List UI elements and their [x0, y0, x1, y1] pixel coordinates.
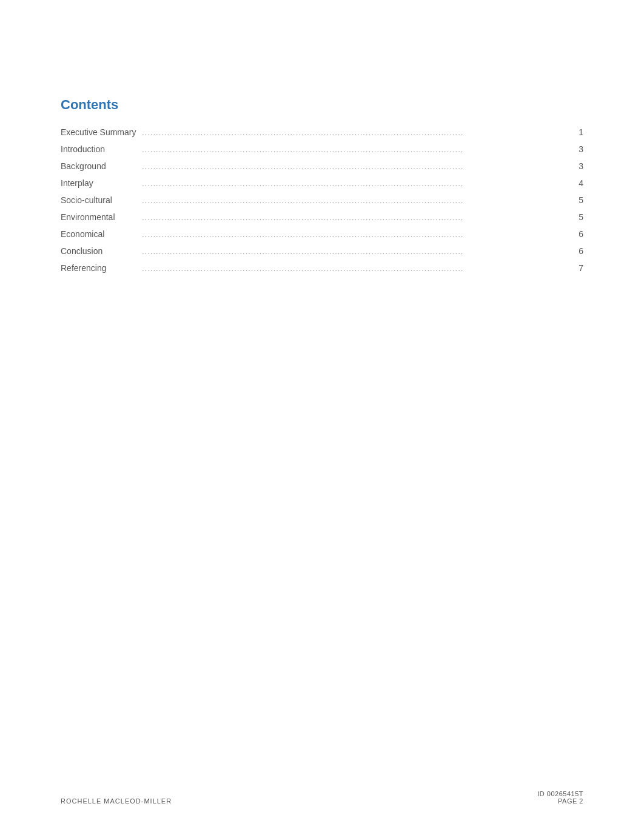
- toc-row: Environmental...........................…: [61, 210, 583, 224]
- contents-title: Contents: [61, 97, 583, 113]
- toc-row: Socio-cultural..........................…: [61, 193, 583, 207]
- toc-dots: ........................................…: [139, 145, 571, 154]
- footer-author: ROCHELLE MACLEOD-MILLER: [61, 797, 172, 805]
- toc-label: Executive Summary: [61, 127, 139, 137]
- footer: ROCHELLE MACLEOD-MILLER ID 00265415T PAG…: [61, 790, 583, 805]
- toc-row: Referencing.............................…: [61, 261, 583, 275]
- toc-dots: ........................................…: [139, 213, 571, 222]
- toc-page-number: 7: [571, 263, 583, 273]
- toc-row: Conclusion..............................…: [61, 244, 583, 258]
- toc-row: Executive Summary.......................…: [61, 125, 583, 139]
- toc-row: Economical..............................…: [61, 227, 583, 241]
- toc-label: Introduction: [61, 144, 139, 154]
- toc-page-number: 4: [571, 178, 583, 188]
- toc-dots: ........................................…: [139, 196, 571, 205]
- toc-page-number: 6: [571, 229, 583, 239]
- page: Contents Executive Summary..............…: [0, 0, 644, 835]
- toc-page-number: 3: [571, 161, 583, 171]
- footer-id: ID 00265415T: [537, 790, 583, 797]
- toc-label: Background: [61, 161, 139, 171]
- toc-page-number: 5: [571, 212, 583, 222]
- toc-page-number: 6: [571, 246, 583, 256]
- toc-row: Interplay...............................…: [61, 176, 583, 190]
- toc-page-number: 1: [571, 127, 583, 137]
- toc-label: Economical: [61, 229, 139, 239]
- footer-right: ID 00265415T PAGE 2: [537, 790, 583, 805]
- toc-label: Interplay: [61, 178, 139, 188]
- toc-page-number: 5: [571, 195, 583, 205]
- toc-dots: ........................................…: [139, 162, 571, 171]
- toc-dots: ........................................…: [139, 230, 571, 239]
- toc-label: Referencing: [61, 263, 139, 273]
- toc-dots: ........................................…: [139, 128, 571, 137]
- toc-dots: ........................................…: [139, 179, 571, 188]
- toc-page-number: 3: [571, 144, 583, 154]
- toc-label: Environmental: [61, 212, 139, 222]
- toc-dots: ........................................…: [139, 264, 571, 273]
- toc-row: Background..............................…: [61, 159, 583, 173]
- toc-row: Introduction............................…: [61, 142, 583, 156]
- footer-page: PAGE 2: [537, 797, 583, 805]
- toc-dots: ........................................…: [139, 247, 571, 256]
- toc-label: Conclusion: [61, 246, 139, 256]
- toc-list: Executive Summary.......................…: [61, 125, 583, 275]
- toc-label: Socio-cultural: [61, 195, 139, 205]
- contents-section: Contents Executive Summary..............…: [61, 97, 583, 275]
